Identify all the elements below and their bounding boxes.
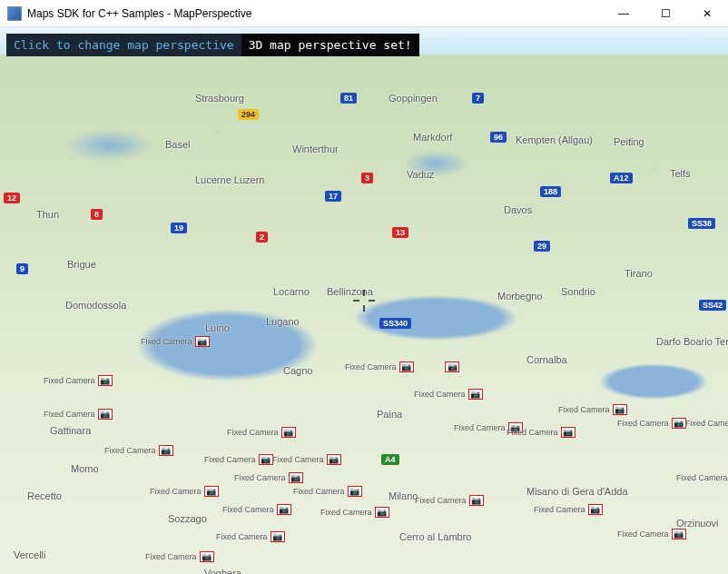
camera-marker[interactable]: Fixed Camera📷: [150, 486, 219, 497]
close-button[interactable]: ✕: [686, 0, 728, 27]
camera-icon: 📷: [672, 529, 686, 539]
camera-marker[interactable]: Fixed Camera📷: [145, 551, 214, 562]
camera-label: Fixed Camera: [454, 423, 506, 432]
camera-label: Fixed Camera: [104, 446, 156, 455]
camera-icon: 📷: [327, 454, 341, 465]
camera-icon: 📷: [469, 495, 484, 506]
camera-marker[interactable]: Fixed Camera📷: [222, 504, 291, 515]
camera-label: Fixed Camera: [345, 362, 397, 371]
camera-label: Fixed Camera: [145, 552, 197, 561]
window-title: Maps SDK for C++ Samples - MapPerspectiv…: [27, 7, 251, 20]
camera-icon: 📷: [159, 445, 173, 456]
road-shield: SS38: [688, 218, 715, 229]
road-shield: 81: [340, 93, 357, 104]
road-shield: SS42: [699, 300, 726, 311]
terrain-layer: [0, 54, 728, 574]
camera-label: Fixed Camera: [44, 410, 95, 419]
camera-marker[interactable]: 📷: [445, 361, 459, 372]
camera-label: Fixed Camera: [534, 505, 585, 514]
camera-marker[interactable]: Fixed Camera📷: [534, 504, 603, 515]
camera-label: Fixed Camera: [272, 455, 324, 464]
app-icon: [7, 6, 22, 21]
camera-icon: 📷: [399, 361, 414, 372]
camera-label: Fixed Camera: [222, 505, 274, 514]
camera-icon: 📷: [281, 427, 296, 438]
camera-icon: 📷: [259, 454, 273, 465]
camera-label: Fixed Camera: [414, 390, 466, 399]
camera-icon: 📷: [588, 504, 603, 515]
status-state: 3D map perspective set!: [241, 34, 419, 56]
camera-label: Fixed Camera: [150, 487, 202, 496]
camera-marker[interactable]: Fixed Camera📷: [320, 507, 389, 518]
camera-marker[interactable]: Fixed Camera📷: [272, 454, 341, 465]
camera-marker[interactable]: Fixed Camera📷: [507, 427, 576, 438]
camera-marker[interactable]: Fixed Camera📷: [558, 404, 627, 415]
road-shield: 12: [4, 193, 20, 203]
camera-label: Fixed Camera: [676, 473, 728, 482]
camera-icon: 📷: [468, 389, 483, 400]
camera-marker[interactable]: Fixed Camera📷: [685, 418, 728, 429]
status-overlay: Click to change map perspective 3D map p…: [6, 34, 419, 56]
road-shield: 294: [238, 109, 259, 120]
road-shield: 8: [91, 209, 103, 220]
camera-icon: 📷: [200, 551, 214, 562]
camera-icon: 📷: [195, 336, 210, 347]
road-shield: 13: [392, 227, 408, 238]
camera-label: Fixed Camera: [216, 532, 268, 541]
camera-label: Fixed Camera: [507, 428, 558, 437]
camera-marker[interactable]: Fixed Camera📷: [104, 445, 173, 456]
camera-label: Fixed Camera: [617, 529, 669, 539]
road-shield: 96: [490, 132, 507, 143]
road-shield: 9: [16, 263, 28, 274]
camera-label: Fixed Camera: [234, 473, 286, 482]
camera-label: Fixed Camera: [617, 419, 669, 428]
camera-icon: 📷: [204, 486, 219, 497]
road-shield: 17: [325, 191, 341, 202]
camera-label: Fixed Camera: [141, 337, 192, 346]
camera-icon: 📷: [672, 418, 686, 429]
road-shield: 2: [256, 232, 268, 242]
road-shield: A12: [610, 173, 633, 183]
camera-label: Fixed Camera: [44, 376, 95, 385]
camera-marker[interactable]: Fixed Camera📷: [204, 454, 273, 465]
maximize-button[interactable]: ☐: [644, 0, 686, 27]
camera-marker[interactable]: Fixed Camera📷: [234, 472, 303, 483]
camera-icon: 📷: [289, 472, 303, 483]
camera-label: Fixed Camera: [320, 508, 372, 517]
status-prompt[interactable]: Click to change map perspective: [6, 34, 241, 56]
camera-marker[interactable]: Fixed Camera📷: [617, 418, 686, 429]
road-shield: 188: [540, 186, 561, 197]
camera-marker[interactable]: Fixed Camera📷: [345, 361, 414, 372]
road-shield: 29: [534, 241, 550, 252]
camera-icon: 📷: [277, 504, 291, 515]
camera-marker[interactable]: Fixed Camera📷: [676, 472, 728, 483]
camera-icon: 📷: [613, 404, 627, 415]
camera-marker[interactable]: Fixed Camera📷: [216, 531, 285, 542]
minimize-button[interactable]: —: [603, 0, 644, 27]
camera-icon: 📷: [561, 427, 576, 438]
road-shield: A4: [381, 454, 399, 465]
camera-marker[interactable]: Fixed Camera📷: [293, 486, 362, 497]
camera-icon: 📷: [271, 531, 285, 542]
camera-icon: 📷: [348, 486, 362, 497]
camera-label: Fixed Camera: [293, 487, 345, 496]
camera-marker[interactable]: Fixed Camera📷: [415, 495, 484, 506]
map-viewport[interactable]: Click to change map perspective 3D map p…: [0, 27, 728, 574]
camera-marker[interactable]: Fixed Camera📷: [44, 375, 113, 386]
camera-label: Fixed Camera: [685, 419, 728, 428]
camera-icon: 📷: [98, 375, 113, 386]
titlebar: Maps SDK for C++ Samples - MapPerspectiv…: [0, 0, 728, 27]
camera-marker[interactable]: Fixed Camera📷: [141, 336, 210, 347]
road-shield: 7: [472, 93, 484, 104]
camera-marker[interactable]: Fixed Camera📷: [414, 389, 483, 400]
camera-marker[interactable]: Fixed Camera📷: [227, 427, 296, 438]
road-shield: 3: [361, 173, 373, 183]
road-shield: 19: [171, 223, 187, 233]
camera-icon: 📷: [445, 361, 459, 372]
camera-label: Fixed Camera: [204, 455, 256, 464]
camera-label: Fixed Camera: [558, 405, 610, 414]
camera-icon: 📷: [375, 507, 389, 518]
road-shield: SS340: [379, 318, 411, 329]
camera-marker[interactable]: Fixed Camera📷: [617, 529, 686, 539]
camera-marker[interactable]: Fixed Camera📷: [44, 409, 113, 420]
